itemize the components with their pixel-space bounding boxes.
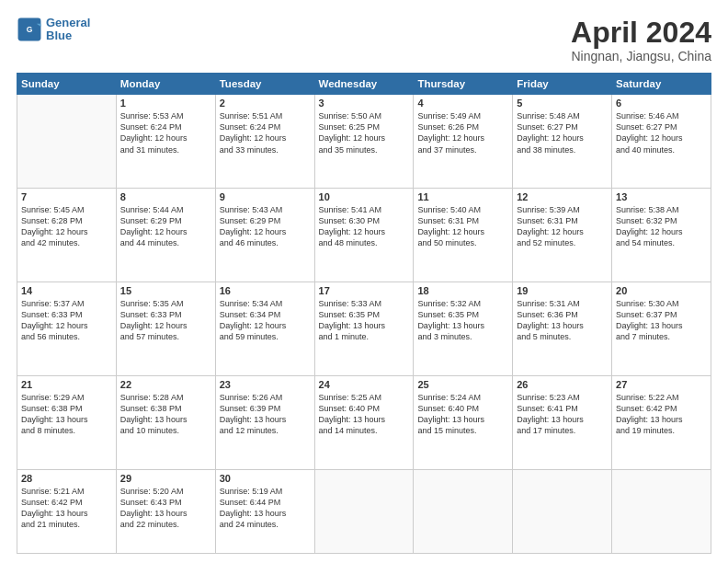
day-number: 1 — [120, 98, 211, 109]
day-number: 24 — [319, 379, 410, 390]
calendar-table: SundayMondayTuesdayWednesdayThursdayFrid… — [17, 73, 711, 554]
day-info: Sunrise: 5:38 AM Sunset: 6:32 PM Dayligh… — [616, 204, 707, 249]
day-number: 5 — [517, 98, 608, 109]
day-info: Sunrise: 5:33 AM Sunset: 6:35 PM Dayligh… — [319, 298, 410, 343]
weekday-header-sunday: Sunday — [17, 74, 117, 95]
calendar-cell: 30Sunrise: 5:19 AM Sunset: 6:44 PM Dayli… — [215, 469, 314, 553]
weekday-header-tuesday: Tuesday — [215, 74, 314, 95]
day-info: Sunrise: 5:29 AM Sunset: 6:38 PM Dayligh… — [21, 392, 112, 437]
day-info: Sunrise: 5:22 AM Sunset: 6:42 PM Dayligh… — [616, 392, 707, 437]
calendar-cell: 7Sunrise: 5:45 AM Sunset: 6:28 PM Daylig… — [17, 189, 117, 282]
day-number: 23 — [220, 379, 311, 390]
calendar-week-3: 14Sunrise: 5:37 AM Sunset: 6:33 PM Dayli… — [17, 282, 711, 375]
day-number: 27 — [616, 379, 707, 390]
calendar-cell: 1Sunrise: 5:53 AM Sunset: 6:24 PM Daylig… — [116, 95, 215, 189]
day-info: Sunrise: 5:51 AM Sunset: 6:24 PM Dayligh… — [220, 110, 311, 155]
day-info: Sunrise: 5:30 AM Sunset: 6:37 PM Dayligh… — [616, 298, 707, 343]
day-info: Sunrise: 5:46 AM Sunset: 6:27 PM Dayligh… — [616, 110, 707, 155]
day-info: Sunrise: 5:43 AM Sunset: 6:29 PM Dayligh… — [220, 204, 311, 249]
weekday-header-monday: Monday — [116, 74, 215, 95]
day-number: 22 — [120, 379, 211, 390]
day-number: 16 — [220, 285, 311, 296]
location: Ningnan, Jiangsu, China — [571, 49, 711, 63]
title-block: April 2024 Ningnan, Jiangsu, China — [571, 17, 711, 63]
calendar-cell: 15Sunrise: 5:35 AM Sunset: 6:33 PM Dayli… — [116, 282, 215, 375]
day-number: 10 — [319, 191, 410, 202]
day-number: 6 — [616, 98, 707, 109]
calendar-week-1: 1Sunrise: 5:53 AM Sunset: 6:24 PM Daylig… — [17, 95, 711, 189]
logo-icon: G — [17, 17, 42, 42]
day-info: Sunrise: 5:39 AM Sunset: 6:31 PM Dayligh… — [517, 204, 608, 249]
day-number: 14 — [21, 285, 112, 296]
calendar-cell: 6Sunrise: 5:46 AM Sunset: 6:27 PM Daylig… — [612, 95, 711, 189]
day-number: 17 — [319, 285, 410, 296]
day-info: Sunrise: 5:49 AM Sunset: 6:26 PM Dayligh… — [417, 110, 508, 155]
calendar-cell: 10Sunrise: 5:41 AM Sunset: 6:30 PM Dayli… — [314, 189, 414, 282]
day-number: 26 — [517, 379, 608, 390]
day-info: Sunrise: 5:48 AM Sunset: 6:27 PM Dayligh… — [517, 110, 608, 155]
weekday-header-wednesday: Wednesday — [314, 74, 414, 95]
day-info: Sunrise: 5:26 AM Sunset: 6:39 PM Dayligh… — [220, 392, 311, 437]
calendar-cell: 4Sunrise: 5:49 AM Sunset: 6:26 PM Daylig… — [414, 95, 513, 189]
weekday-header-friday: Friday — [513, 74, 612, 95]
day-number: 11 — [417, 191, 508, 202]
logo-blue: Blue — [46, 29, 90, 42]
calendar-cell: 21Sunrise: 5:29 AM Sunset: 6:38 PM Dayli… — [17, 375, 117, 469]
calendar-cell — [414, 469, 513, 553]
month-title: April 2024 — [571, 17, 711, 49]
calendar-cell — [612, 469, 711, 553]
calendar-cell: 3Sunrise: 5:50 AM Sunset: 6:25 PM Daylig… — [314, 95, 414, 189]
calendar-week-4: 21Sunrise: 5:29 AM Sunset: 6:38 PM Dayli… — [17, 375, 711, 469]
day-info: Sunrise: 5:23 AM Sunset: 6:41 PM Dayligh… — [517, 392, 608, 437]
calendar-cell: 28Sunrise: 5:21 AM Sunset: 6:42 PM Dayli… — [17, 469, 117, 553]
calendar-cell: 14Sunrise: 5:37 AM Sunset: 6:33 PM Dayli… — [17, 282, 117, 375]
day-number: 2 — [220, 98, 311, 109]
calendar-cell: 29Sunrise: 5:20 AM Sunset: 6:43 PM Dayli… — [116, 469, 215, 553]
calendar-cell — [17, 95, 117, 189]
day-info: Sunrise: 5:19 AM Sunset: 6:44 PM Dayligh… — [220, 486, 311, 531]
day-number: 18 — [417, 285, 508, 296]
day-number: 4 — [417, 98, 508, 109]
logo-general: General — [46, 16, 90, 29]
calendar-cell: 12Sunrise: 5:39 AM Sunset: 6:31 PM Dayli… — [513, 189, 612, 282]
day-info: Sunrise: 5:37 AM Sunset: 6:33 PM Dayligh… — [21, 298, 112, 343]
calendar-cell: 24Sunrise: 5:25 AM Sunset: 6:40 PM Dayli… — [314, 375, 414, 469]
day-number: 3 — [319, 98, 410, 109]
header: G General Blue April 2024 Ningnan, Jiang… — [17, 17, 711, 63]
day-info: Sunrise: 5:50 AM Sunset: 6:25 PM Dayligh… — [319, 110, 410, 155]
calendar-header-row: SundayMondayTuesdayWednesdayThursdayFrid… — [17, 74, 711, 95]
calendar-cell — [314, 469, 414, 553]
calendar-cell: 22Sunrise: 5:28 AM Sunset: 6:38 PM Dayli… — [116, 375, 215, 469]
day-info: Sunrise: 5:44 AM Sunset: 6:29 PM Dayligh… — [120, 204, 211, 249]
day-number: 8 — [120, 191, 211, 202]
weekday-header-saturday: Saturday — [612, 74, 711, 95]
day-number: 29 — [120, 473, 211, 484]
calendar-week-2: 7Sunrise: 5:45 AM Sunset: 6:28 PM Daylig… — [17, 189, 711, 282]
day-info: Sunrise: 5:40 AM Sunset: 6:31 PM Dayligh… — [417, 204, 508, 249]
day-info: Sunrise: 5:25 AM Sunset: 6:40 PM Dayligh… — [319, 392, 410, 437]
calendar-cell: 16Sunrise: 5:34 AM Sunset: 6:34 PM Dayli… — [215, 282, 314, 375]
calendar-cell: 25Sunrise: 5:24 AM Sunset: 6:40 PM Dayli… — [414, 375, 513, 469]
day-number: 30 — [220, 473, 311, 484]
day-info: Sunrise: 5:34 AM Sunset: 6:34 PM Dayligh… — [220, 298, 311, 343]
calendar-cell: 5Sunrise: 5:48 AM Sunset: 6:27 PM Daylig… — [513, 95, 612, 189]
calendar-cell: 26Sunrise: 5:23 AM Sunset: 6:41 PM Dayli… — [513, 375, 612, 469]
day-info: Sunrise: 5:24 AM Sunset: 6:40 PM Dayligh… — [417, 392, 508, 437]
day-info: Sunrise: 5:32 AM Sunset: 6:35 PM Dayligh… — [417, 298, 508, 343]
day-info: Sunrise: 5:35 AM Sunset: 6:33 PM Dayligh… — [120, 298, 211, 343]
calendar-cell: 9Sunrise: 5:43 AM Sunset: 6:29 PM Daylig… — [215, 189, 314, 282]
day-number: 15 — [120, 285, 211, 296]
calendar-cell: 27Sunrise: 5:22 AM Sunset: 6:42 PM Dayli… — [612, 375, 711, 469]
calendar-cell: 20Sunrise: 5:30 AM Sunset: 6:37 PM Dayli… — [612, 282, 711, 375]
calendar-cell: 23Sunrise: 5:26 AM Sunset: 6:39 PM Dayli… — [215, 375, 314, 469]
day-number: 19 — [517, 285, 608, 296]
calendar-cell: 18Sunrise: 5:32 AM Sunset: 6:35 PM Dayli… — [414, 282, 513, 375]
day-info: Sunrise: 5:20 AM Sunset: 6:43 PM Dayligh… — [120, 486, 211, 531]
calendar-cell: 8Sunrise: 5:44 AM Sunset: 6:29 PM Daylig… — [116, 189, 215, 282]
day-number: 7 — [21, 191, 112, 202]
day-number: 21 — [21, 379, 112, 390]
day-number: 13 — [616, 191, 707, 202]
calendar-cell: 11Sunrise: 5:40 AM Sunset: 6:31 PM Dayli… — [414, 189, 513, 282]
calendar-cell: 17Sunrise: 5:33 AM Sunset: 6:35 PM Dayli… — [314, 282, 414, 375]
day-info: Sunrise: 5:41 AM Sunset: 6:30 PM Dayligh… — [319, 204, 410, 249]
